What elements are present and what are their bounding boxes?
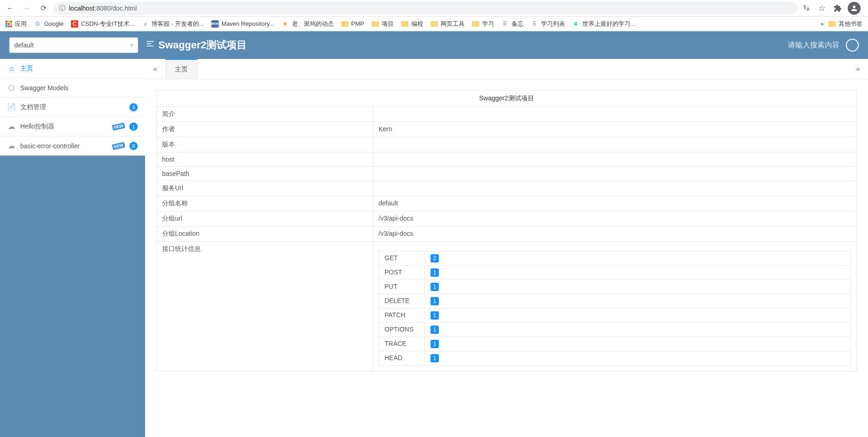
folder-icon <box>341 21 349 27</box>
tabs-prev[interactable]: « <box>145 59 165 79</box>
sidebar-item[interactable]: ⌂ 主页 <box>0 59 145 78</box>
address-bar[interactable]: ⓘ localhost:8080/doc.html <box>53 2 797 15</box>
bookmark-label: 老、斑鸠的动态 <box>292 20 334 28</box>
bookmark-item[interactable]: PMP <box>341 20 364 27</box>
info-label: 简介 <box>157 107 373 122</box>
bookmark-label: PMP <box>351 20 364 27</box>
reload-button[interactable]: ⟳ <box>37 2 50 15</box>
sidebar-icon: ⬡ <box>7 83 16 92</box>
stat-count-badge: 1 <box>431 340 439 348</box>
bookmark-item[interactable]: ⠿学习列表 <box>531 20 565 28</box>
apps-label: 应用 <box>15 20 27 28</box>
stat-count-cell: 1 <box>425 294 851 309</box>
sidebar-item[interactable]: 📄 文档管理 3 <box>0 98 145 117</box>
app-title: Swagger2测试项目 <box>146 38 247 52</box>
count-badge: 3 <box>129 103 138 111</box>
stat-method: PATCH <box>379 309 425 323</box>
bookmark-item[interactable]: ♪博客园 - 开发者的... <box>141 20 204 28</box>
sidebar-item[interactable]: ⬡ Swagger Models <box>0 78 145 98</box>
stat-method: PUT <box>379 280 425 294</box>
info-row: 版本 <box>157 137 857 152</box>
menu-icon[interactable] <box>146 39 155 51</box>
apps-shortcut[interactable]: 应用 <box>6 20 27 28</box>
stat-method: TRACE <box>379 337 425 351</box>
search-icon[interactable] <box>846 39 859 52</box>
sidebar-icon: 📄 <box>7 103 16 111</box>
info-row: 分组名称 default <box>157 196 857 211</box>
bookmark-item[interactable]: 网页工具 <box>431 20 465 28</box>
sidebar-item[interactable]: ☁ basic-error-controller NEW8 <box>0 136 145 156</box>
info-table: Swagger2测试项目 简介 作者 Kern 版本 host basePath… <box>156 90 857 372</box>
sidebar-item-label: basic-error-controller <box>20 142 108 150</box>
bookmark-label: 学习 <box>482 20 494 28</box>
browser-toolbar: ← → ⟳ ⓘ localhost:8080/doc.html ☆ <box>0 0 868 17</box>
stat-method: DELETE <box>379 294 425 309</box>
bookmark-item[interactable]: GGoogle <box>34 20 64 28</box>
folder-icon <box>828 21 836 27</box>
info-label: 分组url <box>157 211 373 227</box>
bookmark-item[interactable]: MVNMaven Repository... <box>211 20 274 28</box>
new-badge: NEW <box>112 122 125 130</box>
info-row: 作者 Kern <box>157 122 857 137</box>
bookmark-icon: ⠿ <box>501 20 509 28</box>
info-value: default <box>373 196 857 211</box>
bookmark-icon: G <box>34 20 41 28</box>
stat-count-badge: 1 <box>431 297 439 305</box>
stat-count-cell: 1 <box>425 309 851 323</box>
site-info-icon[interactable]: ⓘ <box>59 4 65 12</box>
info-label: 分组名称 <box>157 196 373 211</box>
tabs-bar: « 主页 » <box>145 59 868 79</box>
info-value <box>373 167 857 181</box>
info-value: Kern <box>373 122 857 137</box>
sidebar-icon: ☁ <box>7 122 16 131</box>
bookmarks-overflow[interactable]: » <box>821 20 824 27</box>
sidebar-item[interactable]: ☁ Hello控制器 NEW1 <box>0 117 145 136</box>
back-button[interactable]: ← <box>4 2 17 15</box>
bookmark-item[interactable]: 🌐世界上最好的学习... <box>572 20 635 28</box>
group-select-value: default <box>14 41 34 49</box>
stat-count-badge: 1 <box>431 283 439 291</box>
info-row: 简介 <box>157 107 857 122</box>
info-label: 版本 <box>157 137 373 152</box>
bookmarks-bar: 应用 GGoogleCCSDN-专业IT技术...♪博客园 - 开发者的...M… <box>0 17 868 31</box>
stat-row: DELETE 1 <box>379 294 851 309</box>
tabs-next[interactable]: » <box>848 59 868 79</box>
profile-avatar[interactable] <box>848 2 861 15</box>
tab-home[interactable]: 主页 <box>165 59 198 79</box>
stat-method: OPTIONS <box>379 323 425 337</box>
stat-method: POST <box>379 266 425 280</box>
bookmark-item[interactable]: 学习 <box>472 20 494 28</box>
group-select[interactable]: default <box>9 37 138 53</box>
new-badge: NEW <box>112 142 125 150</box>
app-title-text: Swagger2测试项目 <box>158 38 247 52</box>
bookmark-label: 博客园 - 开发者的... <box>151 20 204 28</box>
bookmark-label: 网页工具 <box>441 20 465 28</box>
translate-icon[interactable] <box>801 3 812 14</box>
bookmark-item[interactable]: 编程 <box>401 20 423 28</box>
bookmark-icon: C <box>71 20 78 28</box>
info-table-title: Swagger2测试项目 <box>157 91 857 107</box>
info-value: /v3/api-docs <box>373 227 857 242</box>
info-label: 分组Location <box>157 227 373 242</box>
folder-icon <box>472 21 479 27</box>
extensions-icon[interactable] <box>832 3 843 14</box>
forward-button[interactable]: → <box>20 2 33 15</box>
info-label: basePath <box>157 167 373 181</box>
info-value <box>373 152 857 167</box>
info-value <box>373 137 857 152</box>
bookmark-item[interactable]: CCSDN-专业IT技术... <box>71 20 134 28</box>
stat-count-cell: 1 <box>425 280 851 294</box>
search-placeholder[interactable]: 请输入搜索内容 <box>788 41 839 50</box>
bookmark-label: 学习列表 <box>541 20 565 28</box>
other-bookmarks[interactable]: 其他书签 <box>828 20 862 28</box>
stat-count-badge: 1 <box>431 326 439 334</box>
content-area: « 主页 » Swagger2测试项目 简介 作者 Kern 版本 host b… <box>145 59 868 437</box>
bookmark-label: 项目 <box>382 20 394 28</box>
stat-row: OPTIONS 1 <box>379 323 851 337</box>
bookmark-item[interactable]: 项目 <box>372 20 394 28</box>
star-icon[interactable]: ☆ <box>816 3 827 14</box>
count-badge: 8 <box>129 142 138 150</box>
bookmark-item[interactable]: ⠿备忘 <box>501 20 524 28</box>
bookmark-item[interactable]: 🔥老、斑鸠的动态 <box>282 20 334 28</box>
sidebar-item-label: Swagger Models <box>20 84 138 92</box>
